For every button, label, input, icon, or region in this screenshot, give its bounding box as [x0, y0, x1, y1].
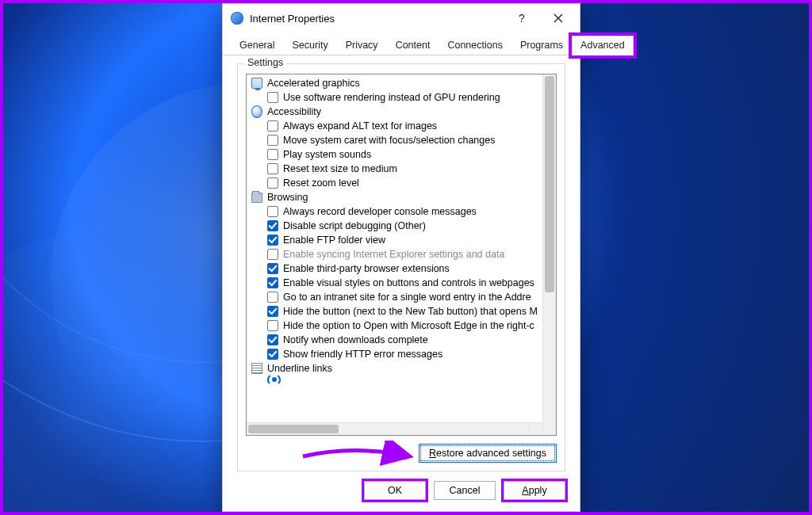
tree-option-label: Enable visual styles on buttons and cont… — [283, 276, 534, 290]
checkbox — [267, 249, 278, 260]
tree-category-label: Underline links — [267, 361, 332, 376]
tree-option[interactable]: Go to an intranet site for a single word… — [250, 290, 542, 304]
tree-option[interactable]: Enable visual styles on buttons and cont… — [250, 276, 542, 290]
checkbox[interactable] — [267, 320, 278, 331]
settings-groupbox: Settings Accelerated graphicsUse softwar… — [237, 63, 565, 471]
ok-button[interactable]: OK — [364, 481, 426, 500]
tree-option[interactable]: Disable script debugging (Other) — [250, 219, 542, 233]
tree-category[interactable]: Accelerated graphics — [250, 76, 542, 90]
tree-option: Enable syncing Internet Explorer setting… — [250, 247, 542, 261]
checkbox[interactable] — [267, 120, 278, 132]
titlebar[interactable]: Internet Properties ? — [223, 4, 580, 32]
tree-option[interactable]: Enable third-party browser extensions — [250, 261, 542, 276]
tree-option-label: Enable syncing Internet Explorer setting… — [283, 247, 504, 261]
tab-programs[interactable]: Programs — [511, 36, 572, 55]
tree-category-label: Accelerated graphics — [267, 76, 360, 90]
checkbox[interactable] — [267, 292, 278, 303]
checkbox[interactable] — [267, 235, 278, 246]
tree-option-label: Reset zoom level — [283, 176, 359, 190]
monitor-icon — [251, 78, 262, 89]
checkbox[interactable] — [267, 163, 278, 174]
tab-security[interactable]: Security — [283, 36, 336, 55]
tree-category-label: Accessibility — [267, 105, 321, 119]
checkbox[interactable] — [267, 306, 278, 317]
tree-option-label: Always record developer console messages — [283, 204, 477, 219]
tab-content[interactable]: Content — [387, 36, 439, 55]
tree-option[interactable]: Use software rendering instead of GPU re… — [250, 90, 542, 105]
tree-option[interactable]: Hide the button (next to the New Tab but… — [250, 304, 542, 319]
help-button[interactable]: ? — [504, 6, 540, 30]
tree-option[interactable]: Enable FTP folder view — [250, 233, 542, 247]
settings-label: Settings — [244, 57, 286, 68]
checkbox[interactable] — [267, 349, 278, 360]
tree-option[interactable]: Notify when downloads complete — [250, 333, 542, 347]
tab-strip: GeneralSecurityPrivacyContentConnections… — [223, 32, 580, 55]
cancel-button[interactable]: Cancel — [434, 481, 496, 500]
checkbox[interactable] — [267, 206, 278, 217]
vertical-scrollbar[interactable] — [542, 74, 556, 435]
tree-option-label: Play system sounds — [283, 147, 371, 162]
tree-option-label: Hide the option to Open with Microsoft E… — [283, 319, 534, 333]
tree-option[interactable]: Always expand ALT text for images — [250, 119, 542, 133]
checkbox[interactable] — [267, 92, 278, 103]
close-icon — [553, 13, 563, 23]
tree-category[interactable]: Browsing — [250, 190, 542, 204]
internet-properties-dialog: Internet Properties ? GeneralSecurityPri… — [222, 3, 580, 512]
restore-advanced-settings-button[interactable]: Restore advanced settings — [419, 444, 557, 463]
checkbox[interactable] — [267, 135, 278, 146]
tree-option-label: Enable FTP folder view — [283, 233, 385, 247]
tree-category-label: Browsing — [267, 190, 308, 204]
access-icon — [251, 106, 262, 117]
settings-tree[interactable]: Accelerated graphicsUse software renderi… — [247, 74, 542, 422]
tree-option-label: Reset text size to medium — [283, 162, 397, 176]
tree-option[interactable]: Reset text size to medium — [250, 162, 542, 176]
window-title: Internet Properties — [250, 13, 504, 25]
tree-option-label: Use software rendering instead of GPU re… — [283, 90, 500, 105]
tree-option-label: Notify when downloads complete — [283, 333, 428, 347]
tree-option-label: Show friendly HTTP error messages — [283, 347, 442, 361]
checkbox[interactable] — [267, 334, 278, 345]
apply-button[interactable]: Apply — [504, 481, 565, 500]
checkbox[interactable] — [267, 263, 278, 274]
checkbox[interactable] — [267, 277, 278, 288]
lines-icon — [251, 363, 262, 374]
radio[interactable] — [267, 376, 281, 383]
tree-option-label: Always expand ALT text for images — [283, 119, 437, 133]
tab-general[interactable]: General — [231, 36, 283, 55]
horizontal-scrollbar[interactable] — [247, 422, 529, 435]
tree-option[interactable]: Show friendly HTTP error messages — [250, 347, 542, 361]
tree-radio-option[interactable] — [250, 376, 542, 383]
checkbox[interactable] — [267, 177, 278, 189]
tree-option[interactable]: Hide the option to Open with Microsoft E… — [250, 319, 542, 333]
tree-option[interactable]: Reset zoom level — [250, 176, 542, 190]
internet-options-icon — [231, 12, 243, 25]
settings-tree-container: Accelerated graphicsUse software renderi… — [246, 74, 557, 436]
tree-option[interactable]: Always record developer console messages — [250, 204, 542, 219]
close-button[interactable] — [540, 6, 576, 30]
tab-privacy[interactable]: Privacy — [337, 36, 387, 55]
dialog-footer: OK Cancel Apply — [223, 481, 580, 511]
checkbox[interactable] — [267, 220, 278, 231]
tree-option-label: Enable third-party browser extensions — [283, 261, 450, 276]
tree-category[interactable]: Underline links — [250, 361, 542, 376]
tree-option-label: Go to an intranet site for a single word… — [283, 290, 531, 304]
checkbox[interactable] — [267, 149, 278, 160]
tree-option[interactable]: Move system caret with focus/selection c… — [250, 133, 542, 147]
tab-advanced[interactable]: Advanced — [572, 36, 634, 55]
tree-option[interactable]: Play system sounds — [250, 147, 542, 162]
tree-option-label: Disable script debugging (Other) — [283, 219, 426, 233]
tree-option-label: Move system caret with focus/selection c… — [283, 133, 495, 147]
tab-content-advanced: Settings Accelerated graphicsUse softwar… — [223, 55, 580, 481]
tree-option-label: Hide the button (next to the New Tab but… — [283, 304, 538, 319]
folder-icon — [251, 192, 262, 203]
annotation-arrow — [299, 441, 418, 472]
tree-category[interactable]: Accessibility — [250, 105, 542, 119]
screenshot-frame: Internet Properties ? GeneralSecurityPri… — [0, 0, 812, 515]
tab-connections[interactable]: Connections — [439, 36, 511, 55]
